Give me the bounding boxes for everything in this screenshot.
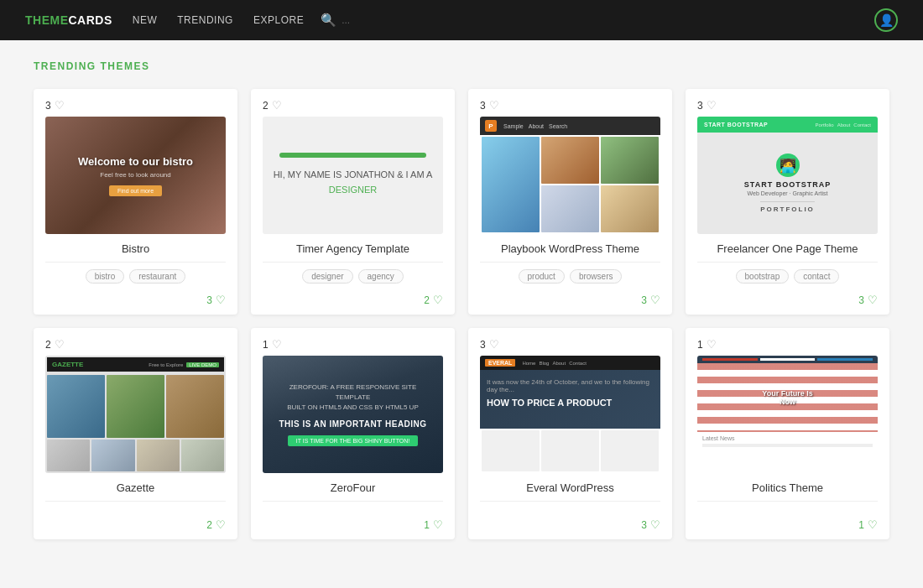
playbook-logo: P xyxy=(485,120,497,132)
tag-browsers[interactable]: browsers xyxy=(570,269,623,284)
top-like-count: 3 xyxy=(480,339,486,351)
nav-link-explore[interactable]: EXPLORE xyxy=(253,14,304,26)
bottom-heart-icon[interactable]: ♡ xyxy=(868,518,878,531)
bottom-like-count: 3 xyxy=(641,294,647,306)
designer-text: DESIGNER xyxy=(329,185,377,195)
card-bistro[interactable]: 3 ♡ Welcome to our bistro Feel free to l… xyxy=(34,89,237,315)
card-name: Timer Agency Template xyxy=(263,242,443,255)
card-tags: designer agency xyxy=(263,269,443,284)
bottom-heart-icon[interactable]: ♡ xyxy=(650,294,660,306)
heart-icon[interactable]: ♡ xyxy=(489,338,499,351)
heart-icon[interactable]: ♡ xyxy=(707,338,717,351)
tag-contact[interactable]: contact xyxy=(794,269,839,284)
card-politics[interactable]: 1 ♡ Your Future IsNow Latest News xyxy=(686,328,889,539)
card-timer-agency[interactable]: 2 ♡ HI, MY NAME IS JONATHON & I AM A DES… xyxy=(251,89,455,315)
card-freelancer[interactable]: 3 ♡ START BOOTSTRAP Portfolio About Cont… xyxy=(686,89,889,315)
tag-restaurant[interactable]: restaurant xyxy=(129,269,185,284)
card-divider xyxy=(263,262,443,263)
card-thumbnail: Your Future IsNow Latest News xyxy=(697,356,878,473)
bottom-heart-icon[interactable]: ♡ xyxy=(216,294,226,306)
logo-theme: THEME xyxy=(25,13,69,27)
user-avatar[interactable]: 👤 xyxy=(874,8,898,32)
card-name: Bistro xyxy=(45,242,226,255)
heart-icon[interactable]: ♡ xyxy=(55,99,65,112)
card-thumbnail: ZEROFOUR: A FREE RESPONSIVE SITE TEMPLAT… xyxy=(263,356,443,473)
bottom-like-count: 3 xyxy=(641,519,647,531)
card-tags: bistro restaurant xyxy=(45,269,226,284)
everal-col-2 xyxy=(541,430,599,472)
card-divider xyxy=(45,262,226,263)
nav-links: NEW TRENDING EXPLORE xyxy=(133,14,304,26)
freelancer-portfolio: PORTFOLIO xyxy=(760,201,815,213)
card-name: Playbook WordPress Theme xyxy=(480,242,660,255)
nav-link-new[interactable]: NEW xyxy=(133,14,158,26)
thumb-sub: Feel free to look around xyxy=(100,171,171,179)
card-tags: product browsers xyxy=(480,269,660,284)
gazette-cell-2 xyxy=(107,375,164,438)
freelancer-avatar: 🧑‍💻 xyxy=(776,154,800,177)
bottom-heart-icon[interactable]: ♡ xyxy=(433,294,443,306)
logo-cards: CARDS xyxy=(69,13,112,27)
gazette-cell-1 xyxy=(47,375,105,438)
card-thumbnail: P Sample About Search xyxy=(480,117,660,234)
gazette-bottom-grid xyxy=(47,440,224,471)
nav-link-trending[interactable]: TRENDING xyxy=(177,14,233,26)
everal-content-grid xyxy=(480,429,660,474)
user-icon: 👤 xyxy=(879,13,894,27)
card-tags: bootstrap contact xyxy=(697,269,878,284)
playbook-grid xyxy=(480,135,660,234)
bottom-like-count: 1 xyxy=(424,519,430,531)
gazette-thumb-1 xyxy=(47,440,90,471)
gazette-top-grid xyxy=(47,375,224,438)
section-title: TRENDING THEMES xyxy=(34,60,889,72)
stripe-blue xyxy=(817,358,873,361)
freelancer-logo: START BOOTSTRAP xyxy=(704,122,768,127)
search-container[interactable]: 🔍 ... xyxy=(321,13,350,28)
card-playbook[interactable]: 3 ♡ P Sample About Search xyxy=(468,89,672,315)
card-everal[interactable]: 3 ♡ EVERAL Home Blog About Contact xyxy=(468,328,672,539)
top-like-count: 2 xyxy=(45,339,51,351)
bottom-like-count: 2 xyxy=(424,294,430,306)
heart-icon[interactable]: ♡ xyxy=(489,99,499,112)
politics-hero-text: Your Future IsNow xyxy=(762,389,812,406)
card-thumbnail: Welcome to our bistro Feel free to look … xyxy=(45,117,226,234)
playbook-cell-2 xyxy=(541,137,599,184)
tag-bistro[interactable]: bistro xyxy=(86,269,124,284)
card-divider xyxy=(697,501,878,502)
bottom-heart-icon[interactable]: ♡ xyxy=(216,518,226,531)
heart-icon[interactable]: ♡ xyxy=(55,338,65,351)
heart-icon[interactable]: ♡ xyxy=(272,338,282,351)
everal-date: It was now the 24th of October, and we t… xyxy=(487,378,654,393)
gazette-thumb-4 xyxy=(181,440,224,471)
card-divider xyxy=(45,501,226,502)
tag-designer[interactable]: designer xyxy=(302,269,352,284)
freelancer-brand-name: START BOOTSTRAP xyxy=(744,180,831,189)
top-like-count: 3 xyxy=(45,100,51,112)
playbook-cell-5 xyxy=(601,185,659,232)
main-content: TRENDING THEMES 3 ♡ Welcome to our bistr… xyxy=(0,40,923,559)
logo[interactable]: THEME CARDS xyxy=(25,13,112,27)
search-hint: ... xyxy=(342,14,350,26)
bottom-like-count: 1 xyxy=(858,519,864,531)
timer-progress-bar xyxy=(279,153,427,158)
bottom-like-count: 3 xyxy=(206,294,212,306)
bottom-heart-icon[interactable]: ♡ xyxy=(650,518,660,531)
heart-icon[interactable]: ♡ xyxy=(707,99,717,112)
tag-bootstrap[interactable]: bootstrap xyxy=(736,269,790,284)
bottom-heart-icon[interactable]: ♡ xyxy=(868,294,878,306)
card-gazette[interactable]: 2 ♡ GAZETTE Free to Explore LIVE DEMO xyxy=(34,328,237,539)
everal-col-3 xyxy=(601,430,659,472)
card-name: ZeroFour xyxy=(263,481,443,494)
bottom-heart-icon[interactable]: ♡ xyxy=(433,518,443,531)
tag-product[interactable]: product xyxy=(519,269,565,284)
heart-icon[interactable]: ♡ xyxy=(272,99,282,112)
card-thumbnail: GAZETTE Free to Explore LIVE DEMO xyxy=(45,356,226,473)
card-thumbnail: START BOOTSTRAP Portfolio About Contact … xyxy=(697,117,878,234)
card-divider xyxy=(480,501,660,502)
card-name: Freelancer One Page Theme xyxy=(697,242,878,255)
card-zerofour[interactable]: 1 ♡ ZEROFOUR: A FREE RESPONSIVE SITE TEM… xyxy=(251,328,455,539)
stripe-red xyxy=(702,358,758,361)
politics-hero: Your Future IsNow xyxy=(697,363,878,432)
tag-agency[interactable]: agency xyxy=(358,269,404,284)
playbook-nav: Sample About Search xyxy=(503,123,567,129)
